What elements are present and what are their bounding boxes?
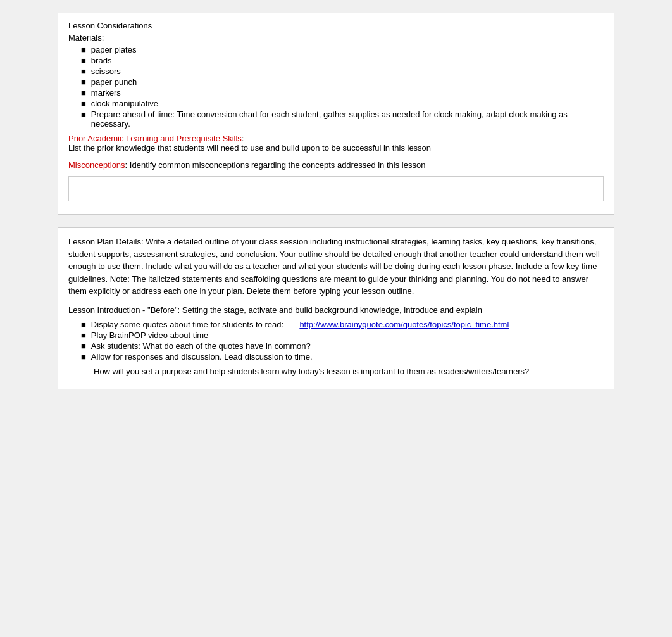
brainyquote-link[interactable]: http://www.brainyquote.com/quotes/topics… — [299, 320, 509, 329]
bullet-icon: ■ — [81, 331, 86, 340]
lesson-considerations-box: Lesson Considerations Materials: ■ paper… — [58, 13, 614, 215]
lesson-intro-label: Lesson Introduction - "Before": Setting … — [68, 305, 604, 315]
list-item: ■ clock manipulative — [68, 99, 604, 108]
how-will-you-text: How will you set a purpose and help stud… — [68, 367, 604, 376]
list-item: ■ paper punch — [68, 77, 604, 87]
lesson-bullet-item-0: Display some quotes about time for stude… — [91, 320, 509, 329]
list-item: ■ Play BrainPOP video about time — [68, 331, 604, 340]
lesson-plan-label: Lesson Plan Details: — [68, 237, 144, 246]
material-item: paper punch — [91, 77, 137, 87]
material-item: markers — [91, 88, 121, 98]
prior-academic-colon: : — [242, 134, 244, 143]
lesson-bullet-item-3: Allow for responses and discussion. Lead… — [91, 352, 313, 362]
prior-text: List the prior knowledge that students w… — [68, 143, 604, 153]
list-item: ■ Ask students: What do each of the quot… — [68, 341, 604, 351]
material-item: brads — [91, 56, 112, 65]
bullet-icon: ■ — [81, 320, 86, 329]
bullet-icon: ■ — [81, 56, 86, 65]
bullet-icon: ■ — [81, 99, 86, 108]
page-container: Lesson Considerations Materials: ■ paper… — [0, 0, 672, 637]
list-item: ■ brads — [68, 56, 604, 65]
misconceptions-text: Identify common misconceptions regarding… — [127, 160, 425, 170]
lesson-intro-heading: Lesson Introduction - "Before": — [68, 305, 180, 315]
prior-academic-label: Prior Academic Learning and Prerequisite… — [68, 134, 242, 143]
list-item: ■ markers — [68, 88, 604, 98]
list-item: ■ Allow for responses and discussion. Le… — [68, 352, 604, 362]
list-item: ■ paper plates — [68, 45, 604, 54]
lesson-bullet-item-1: Play BrainPOP video about time — [91, 331, 208, 340]
list-item: ■ Prepare ahead of time: Time conversion… — [68, 110, 604, 129]
empty-response-box — [68, 176, 604, 201]
lesson-considerations-title: Lesson Considerations — [68, 21, 604, 30]
list-item: ■ scissors — [68, 66, 604, 76]
lesson-plan-text: Lesson Plan Details: Write a detailed ou… — [68, 236, 604, 298]
lesson-plan-box: Lesson Plan Details: Write a detailed ou… — [58, 227, 614, 389]
material-item: clock manipulative — [91, 99, 158, 108]
bullet-icon: ■ — [81, 110, 86, 119]
material-item: paper plates — [91, 45, 137, 54]
materials-label: Materials: — [68, 33, 604, 42]
bullet-icon: ■ — [81, 45, 86, 54]
bullet-icon: ■ — [81, 88, 86, 98]
bullet-icon: ■ — [81, 341, 86, 351]
lesson-intro-text: Setting the stage, activate and build ba… — [182, 305, 482, 315]
prepare-item: Prepare ahead of time: Time conversion c… — [91, 110, 604, 129]
lesson-bullet-item-2: Ask students: What do each of the quotes… — [91, 341, 311, 351]
prepare-label: Prepare ahead of time — [91, 110, 173, 119]
bullet-icon: ■ — [81, 77, 86, 87]
material-item: scissors — [91, 66, 121, 76]
bullet-icon: ■ — [81, 66, 86, 76]
materials-list: ■ paper plates ■ brads ■ scissors ■ pape… — [68, 45, 604, 129]
misconceptions-label: Misconceptions — [68, 160, 125, 170]
list-item: ■ Display some quotes about time for stu… — [68, 320, 604, 329]
lesson-bullet-list: ■ Display some quotes about time for stu… — [68, 320, 604, 362]
bullet-icon: ■ — [81, 352, 86, 362]
lesson-plan-detail-text: Write a detailed outline of your class s… — [68, 237, 600, 296]
